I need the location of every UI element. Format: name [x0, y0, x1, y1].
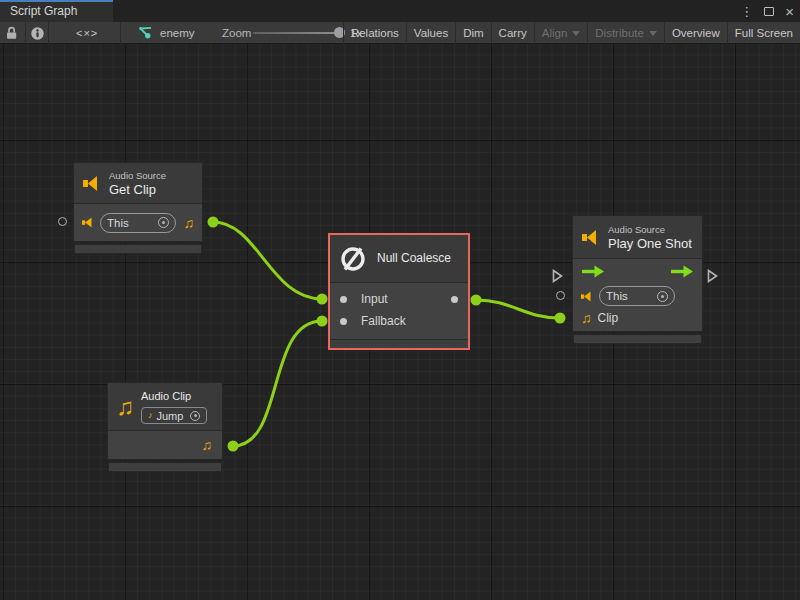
graph-name-label: enemy [160, 27, 195, 39]
node-header: Audio Source Play One Shot [573, 216, 702, 259]
input-label: Input [361, 292, 388, 306]
node-footer [108, 462, 222, 472]
distribute-button[interactable]: Distribute [587, 22, 664, 44]
zoom-label: Zoom [222, 22, 251, 44]
port-input-dot[interactable] [340, 296, 347, 303]
fullscreen-button[interactable]: Full Screen [727, 22, 800, 44]
target-port-row: This [573, 284, 702, 308]
info-icon [31, 27, 44, 40]
port-getclip-output[interactable] [208, 217, 219, 228]
graph-toolbar: <×> enemy Zoom 1x Relations Values Dim C… [0, 22, 800, 44]
clip-field[interactable]: ♪ Jump [141, 407, 207, 424]
node-footer [330, 339, 468, 348]
object-picker-icon[interactable] [190, 411, 200, 421]
null-coalesce-icon [338, 244, 368, 274]
port-null-input[interactable] [317, 294, 328, 305]
audio-clip-note-icon: ♫ [184, 216, 195, 230]
zoom-slider-track[interactable] [253, 32, 340, 34]
lock-icon [6, 26, 17, 40]
code-view-button[interactable]: <×> [76, 22, 98, 44]
exec-port-row [573, 259, 702, 284]
clip-note-icon: ♫ [581, 311, 592, 325]
tab-script-graph[interactable]: Script Graph [0, 0, 113, 22]
kebab-menu-icon[interactable]: ⋮ [740, 5, 753, 18]
port-exec-out-triangle[interactable] [707, 269, 718, 283]
port-audioclip-output[interactable] [228, 441, 239, 452]
this-field[interactable]: This [599, 286, 675, 306]
port-fallback-dot[interactable] [340, 318, 347, 325]
overview-button[interactable]: Overview [664, 22, 727, 44]
node-header: ♫ Audio Clip ♪ Jump [108, 383, 222, 431]
port-playoneshot-clip[interactable] [555, 313, 566, 324]
node-play-one-shot[interactable]: Audio Source Play One Shot [572, 215, 703, 332]
unity-script-graph-window: Script Graph ⋮ × <×> [0, 0, 800, 600]
chevron-down-icon [649, 31, 657, 36]
object-picker-icon[interactable] [158, 217, 169, 228]
maximize-icon[interactable] [764, 7, 774, 16]
node-title: Audio Clip [141, 389, 207, 404]
wire-output-to-clip[interactable] [476, 300, 560, 318]
chevron-down-icon [572, 31, 580, 36]
port-null-fallback[interactable] [317, 316, 328, 327]
audio-source-icon [82, 217, 94, 228]
exec-out-arrow-icon[interactable] [670, 265, 694, 278]
node-header: Null Coalesce [330, 235, 468, 283]
clip-port-row: ♫ Clip [573, 308, 702, 331]
graph-canvas[interactable]: Audio Source Get Clip This ♫ [0, 44, 800, 600]
wire-getclip-to-input[interactable] [213, 222, 322, 299]
port-exec-in-triangle[interactable] [552, 269, 563, 283]
node-get-clip[interactable]: Audio Source Get Clip This ♫ [73, 162, 203, 242]
node-category: Audio Source [109, 170, 166, 182]
code-icon: <×> [76, 27, 98, 39]
node-title: Play One Shot [608, 236, 692, 251]
graph-breadcrumb[interactable]: enemy [138, 22, 195, 44]
fallback-label: Fallback [361, 314, 406, 328]
audio-clip-note-icon: ♫ [202, 438, 213, 452]
relations-button[interactable]: Relations [343, 22, 406, 44]
node-title: Get Clip [109, 182, 166, 197]
node-header: Audio Source Get Clip [74, 163, 202, 204]
input-port-row: Input [330, 288, 468, 310]
values-button[interactable]: Values [406, 22, 455, 44]
tab-bar: Script Graph ⋮ × [0, 0, 800, 22]
toolbar-separator [48, 22, 49, 44]
close-icon[interactable]: × [785, 4, 794, 19]
node-port-row: ♫ [108, 431, 222, 459]
audio-source-icon [581, 291, 593, 302]
wire-audioclip-to-fallback[interactable] [233, 321, 322, 446]
this-field[interactable]: This [100, 213, 176, 233]
graph-icon [138, 26, 154, 40]
toolbar-separator [25, 22, 26, 44]
dim-button[interactable]: Dim [455, 22, 490, 44]
object-picker-icon[interactable] [657, 291, 668, 302]
node-audio-clip[interactable]: ♫ Audio Clip ♪ Jump ♫ [107, 382, 223, 460]
fallback-port-row: Fallback [330, 310, 468, 332]
audio-source-icon [82, 175, 102, 192]
exec-in-arrow-icon[interactable] [581, 265, 605, 278]
node-title: Null Coalesce [377, 251, 451, 266]
node-footer [573, 334, 702, 344]
port-playoneshot-target-in[interactable] [556, 291, 565, 300]
audio-clip-icon: ♫ [116, 395, 134, 419]
port-null-output[interactable] [471, 295, 482, 306]
node-category: Audio Source [608, 224, 692, 236]
window-controls: ⋮ × [740, 0, 794, 22]
carry-button[interactable]: Carry [491, 22, 534, 44]
note-icon: ♪ [148, 411, 153, 420]
lock-button[interactable] [6, 22, 17, 44]
port-getclip-target-in[interactable] [58, 217, 67, 226]
toolbar-separator [120, 22, 121, 44]
node-footer [74, 244, 202, 254]
toolbar-buttons: Relations Values Dim Carry Align Distrib… [343, 22, 800, 44]
audio-source-icon [581, 229, 601, 246]
port-result-dot[interactable] [451, 296, 458, 303]
node-null-coalesce[interactable]: Null Coalesce Input Fallback [328, 233, 470, 350]
info-button[interactable] [31, 22, 44, 44]
node-port-row: This ♫ [74, 204, 202, 241]
align-button[interactable]: Align [534, 22, 588, 44]
clip-label: Clip [598, 311, 619, 325]
tab-title: Script Graph [10, 4, 77, 18]
